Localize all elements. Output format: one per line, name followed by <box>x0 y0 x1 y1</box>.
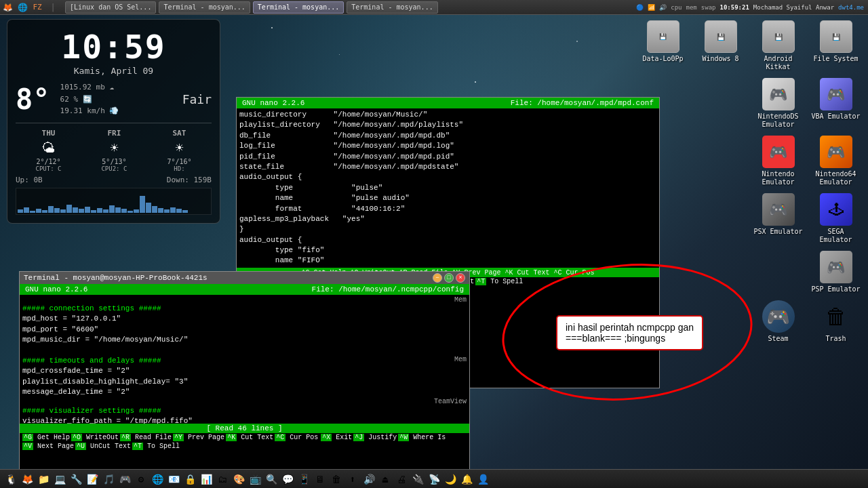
desktop-icon-psp[interactable]: 🎮 PSP Emulator <box>810 251 861 293</box>
chart-bar <box>158 208 163 213</box>
mem-label: mem <box>686 4 697 11</box>
filesystem-icon: 💾 <box>820 20 852 53</box>
taskbar-terminal3[interactable]: Terminal - mosyan... <box>347 1 437 14</box>
nano-cmd-cut[interactable]: ^K Cut Text <box>226 434 273 441</box>
desktop-icons: 💾 Data-Lo0Pp 💾 Windows 8 💾 Android Kitka… <box>637 20 861 343</box>
desktop-icon-n64[interactable]: 🎮 Nintendo64 Emulator <box>810 136 861 186</box>
desktop-icon-trash[interactable]: 🗑 Trash <box>810 300 861 343</box>
nano-line: audio_output { <box>239 172 656 182</box>
bottom-icon-17[interactable]: 🔍 <box>263 471 279 487</box>
chart-bar <box>48 206 54 213</box>
nano-cmd-exit[interactable]: ^X Exit <box>321 434 352 441</box>
desktop-icon-windows8[interactable]: 💾 Windows 8 <box>695 20 746 71</box>
maximize-button[interactable]: □ <box>444 273 454 283</box>
bottom-icon-5[interactable]: 🔧 <box>68 471 84 487</box>
close-button[interactable]: × <box>456 273 465 283</box>
nano-cmd[interactable]: ^T To Spell <box>475 278 523 285</box>
bottom-icon-21[interactable]: 🗑 <box>328 471 344 487</box>
chart-bar <box>60 209 66 213</box>
nano-title-bg: GNU nano 2.2.6 <box>242 99 304 107</box>
firefox-icon[interactable]: 🦊 <box>1 1 14 14</box>
chart-bar <box>127 211 133 213</box>
bottom-icon-1[interactable]: 🐧 <box>3 471 19 487</box>
bottom-icon-8[interactable]: 🎮 <box>117 471 133 487</box>
bottom-icon-25[interactable]: 🖨 <box>393 471 410 487</box>
minimize-button[interactable]: − <box>433 273 442 283</box>
nano-line: playlist_disable_highlight_delay= "3" <box>22 377 467 387</box>
nano-cmd-prevpage[interactable]: ^Y Prev Page <box>173 434 224 441</box>
nano-cmd-readfile[interactable]: ^R Read File <box>120 434 172 441</box>
bottom-icon-11[interactable]: 📧 <box>165 471 182 487</box>
bottom-icon-7[interactable]: 🎵 <box>100 471 117 487</box>
bottom-icon-29[interactable]: 🔔 <box>458 471 475 487</box>
bottom-icon-27[interactable]: 📡 <box>426 471 442 487</box>
psx-label: PSX Emulator <box>753 228 802 236</box>
net-up: Up: 0B <box>16 176 43 184</box>
n64-label: Nintendo64 Emulator <box>810 170 861 186</box>
nano-cmd-whereis[interactable]: ^W Where Is <box>398 434 446 441</box>
desktop-icon-vba[interactable]: 🎮 VBA Emulator <box>810 78 861 129</box>
nano-cmd-curpos[interactable]: ^C Cur Pos <box>275 434 318 441</box>
taskbar-terminal1[interactable]: Terminal - mosyan... <box>159 1 250 14</box>
nano-line: mpd_port = "6600" <box>22 325 467 335</box>
bottom-icon-24[interactable]: ⏏ <box>377 471 393 487</box>
bottom-icon-9[interactable]: ⚙ <box>133 471 149 487</box>
forecast: THU 🌤 2°/12° CPUT: C FRI ☀ 5°/13° CPU2: … <box>16 123 212 172</box>
taskbar-browser-tab[interactable]: [Linux dan OS Sel... <box>65 1 156 14</box>
desktop-icon-filesystem[interactable]: 💾 File System <box>810 20 861 71</box>
bottom-icon-19[interactable]: 📱 <box>296 471 312 487</box>
desktop-icon-nintendods[interactable]: 🎮 NintendoDS Emulator <box>753 78 804 129</box>
desktop-icon-sega[interactable]: 🕹 SEGA Emulator <box>810 193 861 244</box>
weather-main: 8° 1015.92 mb ☁ 62 % 🔄 19.31 km/h 💨 Fair <box>16 81 212 117</box>
bottom-icon-3[interactable]: 📁 <box>35 471 52 487</box>
desktop-icon-nintendo[interactable]: 🎮 Nintendo Emulator <box>753 136 804 186</box>
bottom-icon-10[interactable]: 🌐 <box>149 471 165 487</box>
taskbar-terminal2[interactable]: Terminal - mosyan... <box>253 1 344 14</box>
desktop-icon-psx[interactable]: 🎮 PSX Emulator <box>753 193 804 244</box>
bottom-icon-26[interactable]: 🔌 <box>410 471 426 487</box>
chart-bar <box>146 203 151 213</box>
nano-cmd-help[interactable]: ^G Get Help <box>22 434 70 441</box>
chrome-icon[interactable]: 🌐 <box>16 1 28 14</box>
bottom-icon-12[interactable]: 🔒 <box>182 471 198 487</box>
thu-temps: 2°/12° <box>36 158 62 165</box>
nano-cmd-spell[interactable]: ^T To Spell <box>132 443 180 450</box>
nano-cmd-uncut[interactable]: ^U UnCut Text <box>75 443 131 450</box>
bottom-icon-15[interactable]: 🎨 <box>231 471 247 487</box>
bottom-icon-2[interactable]: 🦊 <box>19 471 35 487</box>
vba-label: VBA Emulator <box>811 113 860 121</box>
bottom-icon-23[interactable]: 🔊 <box>361 471 377 487</box>
desktop-icon-steam[interactable]: 🎮 Steam <box>753 300 804 343</box>
steam-label: Steam <box>768 335 788 343</box>
bottom-icon-13[interactable]: 📊 <box>198 471 214 487</box>
filezilla-icon[interactable]: FZ <box>31 1 43 14</box>
nano-window-fg[interactable]: Terminal - mosyan@mosyan-HP-ProBook-4421… <box>19 271 470 474</box>
nano-cmd-writeout[interactable]: ^O WriteOut <box>71 434 119 441</box>
windows8-icon: 💾 <box>705 20 737 53</box>
bottom-icon-4[interactable]: 💻 <box>52 471 68 487</box>
bottom-icon-30[interactable]: 👤 <box>475 471 491 487</box>
widget-stats: 1015.92 mb ☁ 62 % 🔄 19.31 km/h 💨 <box>60 81 172 117</box>
nano-line: mpd_crossfade_time = "2" <box>22 366 467 376</box>
filesystem-label: File System <box>813 55 858 63</box>
nano-cmd-nextpage[interactable]: ^V Next Page <box>22 443 74 450</box>
desktop-icon-android[interactable]: 💾 Android Kitkat <box>753 20 804 71</box>
nano-cmd-justify[interactable]: ^J Justify <box>353 434 397 441</box>
nano-line: TeamView <box>22 398 467 406</box>
bottom-icon-18[interactable]: 💬 <box>279 471 296 487</box>
speech-line1: ini hasil perintah ncmpcpp gan <box>566 322 694 333</box>
bottom-icon-6[interactable]: 📝 <box>84 471 100 487</box>
nano-content-fg: Mem ##### connection settings ##### mpd_… <box>20 295 469 424</box>
bottom-icon-20[interactable]: 🖥 <box>312 471 328 487</box>
bottom-icon-28[interactable]: 🌙 <box>442 471 458 487</box>
bottom-icon-22[interactable]: ⬆ <box>344 471 361 487</box>
psp-icon: 🎮 <box>820 251 852 283</box>
desktop-icon-data-lo0pp[interactable]: 💾 Data-Lo0Pp <box>637 20 688 71</box>
nano-line: mpd_host = "127.0.0.1" <box>22 314 467 324</box>
bottom-icon-14[interactable]: 🗂 <box>214 471 231 487</box>
bottom-icon-16[interactable]: 📺 <box>247 471 263 487</box>
psx-icon: 🎮 <box>762 193 795 226</box>
nano-line: type "pulse" <box>239 183 656 193</box>
android-icon: 💾 <box>762 20 795 53</box>
nano-title-fg: GNU nano 2.2.6 <box>25 285 87 293</box>
